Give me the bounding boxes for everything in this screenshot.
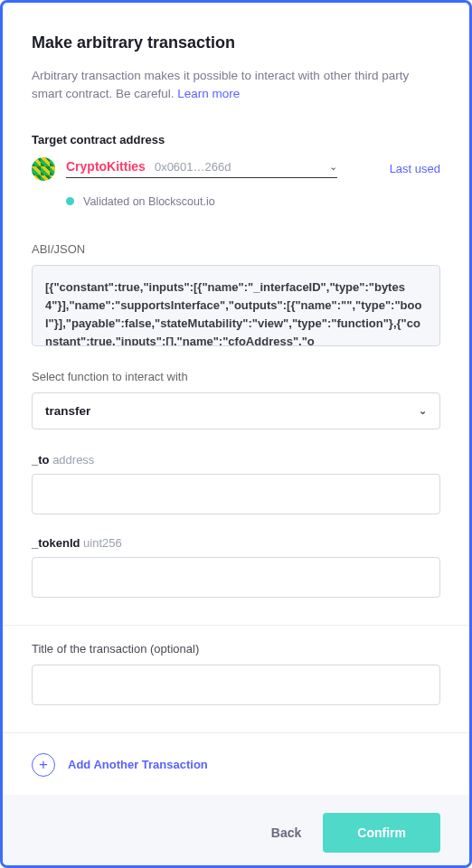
title-label: Title of the transaction (optional) xyxy=(32,642,440,656)
contract-select[interactable]: CryptoKitties 0x0601…266d ⌄ xyxy=(66,159,337,178)
description-text: Arbitrary transaction makes it possible … xyxy=(32,67,440,104)
chevron-down-icon: ⌄ xyxy=(329,161,337,173)
param-type: uint256 xyxy=(83,536,122,550)
footer-bar: Back Confirm xyxy=(3,795,469,869)
contract-left: CryptoKitties 0x0601…266d ⌄ xyxy=(32,157,375,181)
contract-name: CryptoKitties xyxy=(66,159,146,174)
plus-icon: + xyxy=(32,753,55,777)
param-tokenid-input[interactable] xyxy=(32,557,440,598)
abi-textarea[interactable]: [{"constant":true,"inputs":[{"name":"_in… xyxy=(32,265,440,346)
contract-row: CryptoKitties 0x0601…266d ⌄ Last used xyxy=(32,157,440,181)
function-select-label: Select function to interact with xyxy=(32,370,440,383)
back-button[interactable]: Back xyxy=(271,826,301,840)
add-another-row[interactable]: + Add Another Transaction xyxy=(32,750,440,795)
validated-text: Validated on Blockscout.io xyxy=(83,195,215,208)
form-content: Make arbitrary transaction Arbitrary tra… xyxy=(3,3,469,795)
param-to-label: _to address xyxy=(32,453,440,467)
learn-more-link[interactable]: Learn more xyxy=(177,87,240,100)
transaction-form-panel: Make arbitrary transaction Arbitrary tra… xyxy=(0,0,472,868)
confirm-button[interactable]: Confirm xyxy=(323,813,440,853)
param-type: address xyxy=(52,453,94,467)
param-name: _to xyxy=(32,453,50,467)
function-select[interactable]: transfer ⌄ xyxy=(32,392,440,429)
contract-address: 0x0601…266d xyxy=(155,160,329,174)
chevron-down-icon: ⌄ xyxy=(419,405,427,417)
param-name: _tokenId xyxy=(32,536,80,550)
contract-avatar-icon xyxy=(32,157,55,181)
function-select-value: transfer xyxy=(45,404,90,418)
validated-row: Validated on Blockscout.io xyxy=(66,195,440,208)
validated-dot-icon xyxy=(66,197,74,205)
page-title: Make arbitrary transaction xyxy=(32,33,440,52)
transaction-title-input[interactable] xyxy=(32,665,440,705)
param-tokenid-label: _tokenId uint256 xyxy=(32,536,440,550)
divider xyxy=(3,732,469,733)
last-used-link[interactable]: Last used xyxy=(390,162,440,175)
param-to-input[interactable] xyxy=(32,474,440,514)
title-section: Title of the transaction (optional) xyxy=(32,642,440,727)
contract-address-label: Target contract address xyxy=(32,133,440,146)
abi-label: ABI/JSON xyxy=(32,242,440,256)
add-another-label: Add Another Transaction xyxy=(68,758,208,771)
divider xyxy=(3,625,469,626)
